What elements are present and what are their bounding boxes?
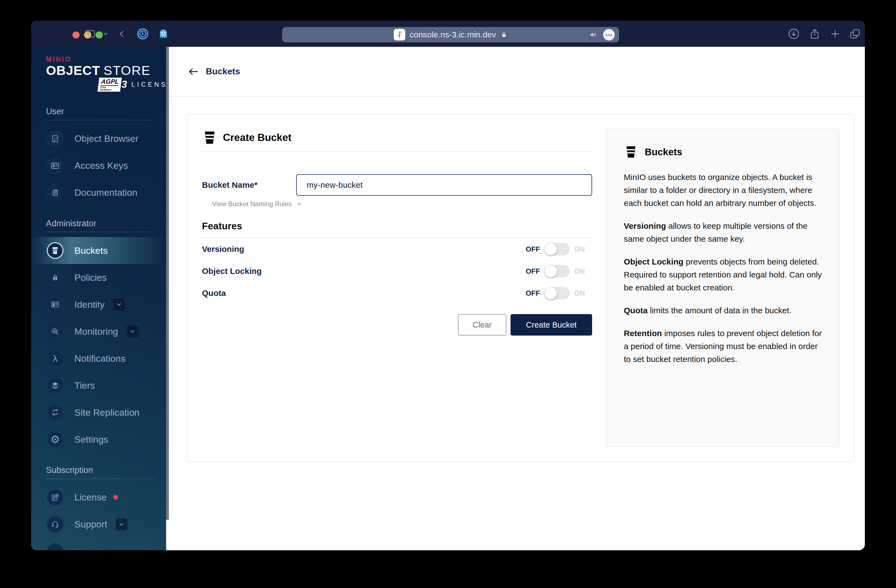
access-keys-icon [47,158,63,174]
clear-button[interactable]: Clear [458,314,506,336]
back-arrow-icon [188,67,199,76]
help-paragraph: Retention imposes rules to prevent objec… [624,327,822,366]
create-bucket-card: Create Bucket Bucket Name* View Bucket N… [187,114,854,462]
flamingo-icon [396,31,403,38]
onepassword-extension-button[interactable] [137,29,149,39]
new-tab-button[interactable] [829,29,841,39]
page-header: Buckets [169,47,865,97]
off-label: OFF [526,267,540,275]
policies-lock-icon [47,269,63,286]
view-naming-rules-link[interactable]: View Bucket Naming Rules [212,200,302,208]
section-divider [46,479,154,479]
sidebar-toggle-button[interactable] [84,29,96,39]
tiers-layers-icon [47,377,63,394]
license-document-icon [47,489,63,506]
sidebar-item-monitoring[interactable]: Monitoring [31,318,166,345]
monitoring-icon [47,323,63,340]
chevron-down-icon [102,31,108,37]
monitoring-expand-button[interactable] [126,325,139,337]
onepassword-icon [136,27,149,40]
sidebar-item-tiers[interactable]: Tiers [31,372,166,399]
help-paragraph: MinIO uses buckets to organize objects. … [624,171,822,210]
bucket-icon [47,242,63,259]
browser-chrome: console.ns-3.ic.min.dev ... [31,21,865,47]
close-window-button[interactable] [72,31,80,38]
sidebar-item-label: Policies [75,272,107,283]
page-settings-button[interactable]: ... [603,29,615,41]
versioning-switch[interactable] [544,243,570,255]
back-to-buckets-link[interactable]: Buckets [188,66,240,76]
sidebar-item-label: Monitoring [75,326,118,337]
naming-rules-label: View Bucket Naming Rules [212,200,292,208]
section-divider [46,232,154,232]
bucket-icon [624,145,638,159]
url-bar[interactable]: console.ns-3.ic.min.dev ... [282,27,619,43]
sidebar-item-label: Object Browser [75,133,138,144]
sidebar: MINIO OBJECTSTORE AGPL Free Software 3 L… [31,47,166,550]
bucket-name-input[interactable] [296,174,592,196]
license-alert-dot [113,495,118,500]
sidebar-item-label: Notifications [75,353,125,364]
agpl-badge-box: AGPL Free Software [98,77,122,92]
ellipsis-icon: ... [605,29,612,37]
sidebar-item-label: Support [75,519,107,530]
back-icon [117,29,127,38]
tabs-icon [849,28,861,40]
sidebar-item-buckets[interactable]: Buckets [31,237,166,264]
sidebar-section-subscription: Subscription [46,465,166,475]
lambda-icon: λ [47,350,63,367]
ghost-icon [158,28,169,40]
support-headset-icon [47,516,63,533]
documentation-icon [47,184,63,201]
sidebar-item-license[interactable]: License [31,484,166,511]
audio-mute-button[interactable] [587,30,599,40]
sidebar-item-site-replication[interactable]: Site Replication [31,399,166,426]
sidebar-item-label: License [75,492,107,503]
sidebar-item-access-keys[interactable]: Access Keys [31,152,166,179]
identity-expand-button[interactable] [113,298,125,310]
share-button[interactable] [809,29,821,39]
sidebar-item-documentation[interactable]: Documentation [31,179,166,206]
sidebar-item-partial[interactable] [31,538,166,550]
sidebar-item-identity[interactable]: Identity [31,291,166,318]
partial-item-icon [47,543,63,550]
sidebar-item-label: Tiers [75,380,95,391]
support-expand-button[interactable] [116,518,128,530]
on-label: ON [574,245,585,254]
sidebar-dropdown-button[interactable] [99,29,111,39]
site-favicon [394,29,405,41]
identity-icon [47,296,63,313]
object-browser-icon [47,131,63,147]
agpl-version-3: 3 [122,79,127,90]
sidebar-section-administrator: Administrator [46,219,166,228]
back-button[interactable] [116,29,128,39]
minio-brand-text: MINIO [46,56,166,63]
chevron-down-icon [116,301,122,307]
versioning-toggle-row: Versioning OFF ON [202,238,592,260]
sidebar-item-support[interactable]: Support [31,511,166,538]
on-label: ON [574,289,585,298]
sidebar-item-notifications[interactable]: λ Notifications [31,345,166,372]
sidebar-item-policies[interactable]: Policies [31,264,166,291]
share-icon [809,28,820,40]
sidebar-item-label: Documentation [75,187,137,198]
sidebar-item-settings[interactable]: ⚙ Settings [31,426,166,453]
versioning-label: Versioning [202,245,244,254]
downloads-button[interactable] [788,29,800,39]
quota-switch[interactable] [544,287,570,299]
sidebar-item-object-browser[interactable]: Object Browser [31,125,166,152]
ghostery-extension-button[interactable] [157,29,169,39]
bucket-name-label: Bucket Name* [202,180,296,190]
site-replication-sync-icon [47,404,63,421]
object-locking-switch[interactable] [544,265,570,278]
create-bucket-button[interactable]: Create Bucket [510,314,592,336]
sidebar-scrollbar-thumb[interactable] [166,47,169,520]
main-content: Buckets Create B [169,47,865,550]
sidebar-item-label: Site Replication [75,407,139,418]
tab-overview-button[interactable] [849,29,861,39]
divider [202,151,592,152]
form-title: Create Bucket [223,132,291,143]
plus-icon [830,28,841,40]
switch-knob [544,243,557,255]
sidebar-item-label: Settings [75,434,108,445]
